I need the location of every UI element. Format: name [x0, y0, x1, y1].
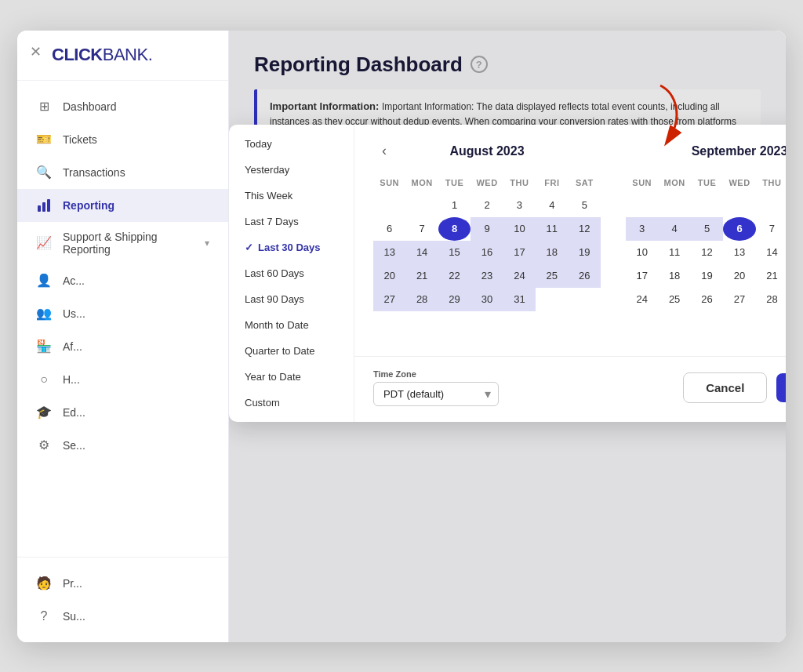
cal-day[interactable]: 27 — [373, 288, 405, 311]
sidebar-bottom: 🧑 Pr... ? Su... — [17, 557, 228, 642]
cal-day[interactable]: 31 — [503, 288, 536, 311]
prev-month-button[interactable]: ‹ — [373, 140, 395, 162]
sidebar-item-profile[interactable]: 🧑 Pr... — [17, 567, 228, 600]
cal-day[interactable]: 19 — [691, 264, 723, 288]
cal-day[interactable]: 9 — [471, 217, 503, 241]
day-header: SUN — [373, 175, 405, 194]
sidebar-item-dashboard[interactable]: ⊞ Dashboard — [17, 90, 228, 123]
quick-option-quarter-to-date[interactable]: Quarter to Date — [229, 338, 354, 364]
svg-rect-2 — [47, 199, 50, 212]
cal-day[interactable]: 6 — [723, 217, 755, 241]
close-button[interactable]: ✕ — [30, 43, 42, 60]
cal-day[interactable]: 17 — [626, 264, 658, 288]
cal-day — [405, 194, 438, 217]
cal-day[interactable]: 14 — [405, 241, 438, 264]
cal-day[interactable]: 18 — [658, 264, 690, 288]
august-calendar-header: ‹ August 2023 — [373, 140, 601, 162]
cal-day[interactable]: 14 — [756, 241, 786, 264]
cancel-button[interactable]: Cancel — [683, 372, 767, 403]
cal-day[interactable]: 25 — [536, 264, 568, 288]
sidebar-item-account[interactable]: 👤 Ac... — [17, 264, 228, 297]
cal-day[interactable]: 30 — [471, 288, 503, 311]
cal-day[interactable]: 24 — [503, 264, 536, 288]
cal-day[interactable]: 27 — [723, 288, 755, 311]
grid-icon: ⊞ — [36, 99, 52, 114]
cal-day[interactable]: 15 — [438, 241, 471, 264]
cal-day[interactable]: 21 — [756, 264, 786, 288]
sidebar-item-settings[interactable]: ⚙ Se... — [17, 429, 228, 462]
sidebar-item-transactions[interactable]: 🔍 Transactions — [17, 156, 228, 189]
cal-day[interactable]: 18 — [536, 241, 568, 264]
cal-day[interactable]: 25 — [658, 288, 690, 311]
cal-day[interactable]: 20 — [723, 264, 755, 288]
cal-day[interactable]: 4 — [658, 217, 690, 241]
timezone-select[interactable]: PDT (default) UTC EST PST — [373, 382, 499, 406]
cal-day[interactable]: 3 — [503, 194, 536, 217]
cal-day[interactable]: 1 — [438, 194, 471, 217]
cal-day[interactable]: 7 — [756, 217, 786, 241]
cal-day[interactable]: 17 — [503, 241, 536, 264]
timezone-group: Time Zone PDT (default) UTC EST PST — [373, 369, 499, 406]
cal-day[interactable]: 23 — [471, 264, 503, 288]
cal-day[interactable]: 10 — [626, 241, 658, 264]
quick-option-last-60[interactable]: Last 60 Days — [229, 260, 354, 286]
quick-option-today[interactable]: Today — [229, 131, 354, 157]
quick-option-this-week[interactable]: This Week — [229, 183, 354, 209]
cal-day[interactable]: 6 — [373, 217, 405, 241]
sidebar-item-reporting[interactable]: Reporting — [17, 189, 228, 222]
sidebar-item-education[interactable]: 🎓 Ed... — [17, 396, 228, 429]
timezone-select-wrapper: PDT (default) UTC EST PST — [373, 382, 499, 406]
person-icon: 🧑 — [36, 576, 52, 591]
september-title: September 2023 — [692, 144, 786, 158]
cal-day[interactable]: 21 — [405, 264, 438, 288]
cal-day[interactable]: 11 — [536, 217, 568, 241]
apply-button[interactable]: Apply — [776, 373, 786, 402]
user-icon: 👤 — [36, 273, 52, 289]
svg-rect-0 — [38, 205, 41, 212]
sidebar-item-affiliates[interactable]: 🏪 Af... — [17, 330, 228, 363]
cal-day[interactable]: 11 — [658, 241, 690, 264]
cal-day[interactable]: 3 — [626, 217, 658, 241]
quick-option-last-30[interactable]: ✓ Last 30 Days — [229, 234, 354, 260]
cal-day[interactable]: 5 — [569, 194, 601, 217]
cal-day[interactable]: 20 — [373, 264, 405, 288]
cal-day[interactable]: 29 — [438, 288, 471, 311]
cal-day[interactable]: 22 — [438, 264, 471, 288]
sidebar-item-support[interactable]: ? Su... — [17, 600, 228, 633]
day-header: WED — [471, 175, 503, 194]
cal-day[interactable]: 26 — [691, 288, 723, 311]
cal-day[interactable]: 28 — [756, 288, 786, 311]
cal-day[interactable]: 12 — [691, 241, 723, 264]
cal-day[interactable]: 5 — [691, 217, 723, 241]
quick-option-year-to-date[interactable]: Year to Date — [229, 364, 354, 390]
sidebar-item-users[interactable]: 👥 Us... — [17, 297, 228, 330]
cal-day[interactable]: 16 — [471, 241, 503, 264]
quick-option-last-7[interactable]: Last 7 Days — [229, 209, 354, 234]
cal-day — [536, 288, 568, 311]
cal-day[interactable]: 8 — [438, 217, 471, 241]
cal-day[interactable]: 19 — [569, 241, 601, 264]
quick-option-yesterday[interactable]: Yesterday — [229, 157, 354, 183]
quick-option-month-to-date[interactable]: Month to Date — [229, 312, 354, 338]
cal-day[interactable]: 13 — [723, 241, 755, 264]
cal-day[interactable]: 4 — [536, 194, 568, 217]
sidebar-item-support-shipping[interactable]: 📈 Support & Shipping Reporting ▾ — [17, 222, 228, 264]
cal-day[interactable]: 26 — [569, 264, 601, 288]
august-title: August 2023 — [449, 144, 524, 158]
cal-day[interactable]: 13 — [373, 241, 405, 264]
cal-day[interactable]: 10 — [503, 217, 536, 241]
day-header: THU — [756, 175, 786, 194]
sidebar-item-label: Ac... — [63, 274, 85, 287]
cal-day[interactable]: 28 — [405, 288, 438, 311]
quick-option-last-90[interactable]: Last 90 Days — [229, 286, 354, 312]
august-grid: SUNMONTUEWEDTHUFRISAT1234567891011121314… — [373, 175, 601, 312]
bar-chart-icon — [36, 198, 52, 213]
cal-day[interactable]: 24 — [626, 288, 658, 311]
quick-option-custom[interactable]: Custom — [229, 390, 354, 416]
sidebar-item-help[interactable]: ○ H... — [17, 363, 228, 396]
cal-day[interactable]: 7 — [405, 217, 438, 241]
cal-day[interactable]: 2 — [471, 194, 503, 217]
august-calendar: ‹ August 2023 SUNMONTUEWEDTHUFRISAT12345… — [373, 140, 601, 312]
cal-day[interactable]: 12 — [569, 217, 601, 241]
sidebar-item-tickets[interactable]: 🎫 Tickets — [17, 123, 228, 156]
